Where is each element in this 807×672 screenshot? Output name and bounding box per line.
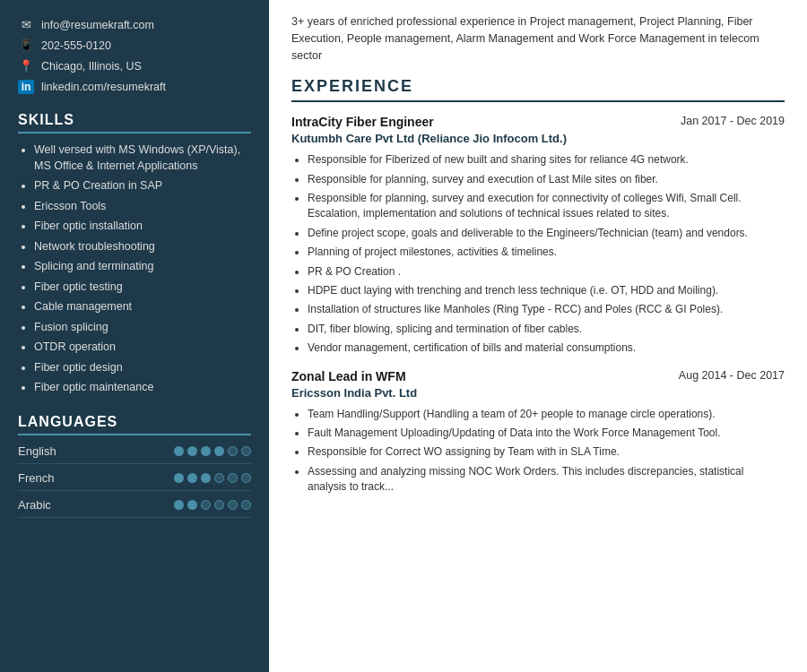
job-title: Zonal Lead in WFM [291,369,406,383]
jobs-container: IntraCity Fiber EngineerJan 2017 - Dec 2… [291,115,785,495]
job-title: IntraCity Fiber Engineer [291,115,434,129]
language-dots [174,446,251,456]
job-bullet: Responsible for planning, survey and exe… [308,191,785,222]
languages-container: EnglishFrenchArabic [18,444,251,518]
skill-item: Fiber optic design [34,360,251,376]
language-dot [241,500,251,510]
language-dots [174,500,251,510]
phone-item: 📱 202-555-0120 [18,39,251,52]
language-dot [201,500,211,510]
email-text: info@resumekraft.com [41,19,154,31]
skill-item: Ericsson Tools [34,199,251,215]
job-bullet: Responsible for planning, survey and exe… [308,172,785,187]
skill-item: Network troubleshooting [34,239,251,255]
language-name: French [18,471,54,485]
languages-section-title: LANGUAGES [18,414,251,435]
job-bullet: Team Handling/Support (Handling a team o… [308,407,785,422]
main-content: 3+ years of enriched professional experi… [269,0,807,672]
skill-item: PR & PO Creation in SAP [34,178,251,194]
job-bullet: Responsible for Correct WO assigning by … [308,444,785,460]
language-dot [228,473,238,483]
job-bullet: Assessing and analyzing missing NOC Work… [308,464,785,495]
language-dot [174,473,184,483]
language-row: French [18,471,251,491]
linkedin-item[interactable]: in linkedin.com/resumekraft [18,80,251,94]
job-bullet: Planning of project milestones, activiti… [308,245,785,260]
experience-section-title: EXPERIENCE [291,77,785,102]
language-name: Arabic [18,498,51,512]
language-dot [228,446,238,456]
language-dot [241,473,251,483]
skill-item: Fusion splicing [34,320,251,336]
language-dot [214,446,224,456]
job-entry: Zonal Lead in WFMAug 2014 - Dec 2017Eric… [291,369,785,495]
language-dot [214,473,224,483]
language-dot [201,473,211,483]
job-header: Zonal Lead in WFMAug 2014 - Dec 2017 [291,369,785,383]
skill-item: Splicing and terminating [34,259,251,275]
job-bullet: HDPE duct laying with trenching and tren… [308,283,785,298]
sidebar: ✉ info@resumekraft.com 📱 202-555-0120 📍 … [0,0,269,672]
language-dot [187,446,197,456]
job-bullet: Responsible for Fiberized of new built a… [308,152,785,168]
job-bullet: DIT, fiber blowing, splicing and termina… [308,322,785,337]
skill-item: Fiber optic maintenance [34,380,251,396]
language-row: Arabic [18,498,251,518]
language-dot [201,446,211,456]
skills-section-title: SKILLS [18,112,251,134]
location-text: Chicago, Illinois, US [41,60,142,73]
job-bullet: Define project scope, goals and delivera… [308,226,785,241]
job-bullets: Responsible for Fiberized of new built a… [291,152,785,356]
language-row: English [18,444,251,464]
summary-text: 3+ years of enriched professional experi… [291,13,785,64]
skills-list: Well versed with MS Windows (XP/Vista), … [18,142,251,396]
language-dots [174,473,251,483]
job-date: Jan 2017 - Dec 2019 [681,115,785,127]
linkedin-text: linkedin.com/resumekraft [41,81,166,93]
job-company: Kutumbh Care Pvt Ltd (Reliance Jio Infoc… [291,132,785,145]
job-date: Aug 2014 - Dec 2017 [679,369,785,382]
skill-item: Fiber optic testing [34,280,251,296]
language-dot [228,500,238,510]
phone-text: 202-555-0120 [41,39,111,52]
language-dot [174,446,184,456]
job-bullets: Team Handling/Support (Handling a team o… [291,407,785,495]
email-icon: ✉ [18,18,34,31]
job-bullet: Fault Management Uploading/Updating of D… [308,426,785,441]
language-name: English [18,444,56,458]
skill-item: Cable management [34,299,251,315]
job-company: Ericsson India Pvt. Ltd [291,386,785,400]
job-bullet: Installation of structures like Manholes… [308,302,785,317]
phone-icon: 📱 [18,39,34,52]
job-bullet: PR & PO Creation . [308,264,785,280]
email-item: ✉ info@resumekraft.com [18,18,251,31]
job-header: IntraCity Fiber EngineerJan 2017 - Dec 2… [291,115,785,129]
skill-item: OTDR operation [34,340,251,356]
language-dot [174,500,184,510]
language-dot [214,500,224,510]
language-dot [187,500,197,510]
job-entry: IntraCity Fiber EngineerJan 2017 - Dec 2… [291,115,785,356]
location-icon: 📍 [18,59,34,73]
language-dot [241,446,251,456]
location-item: 📍 Chicago, Illinois, US [18,59,251,73]
job-bullet: Vendor management, certification of bill… [308,340,785,356]
linkedin-icon: in [18,80,34,94]
skill-item: Fiber optic installation [34,219,251,235]
skill-item: Well versed with MS Windows (XP/Vista), … [34,142,251,174]
language-dot [187,473,197,483]
